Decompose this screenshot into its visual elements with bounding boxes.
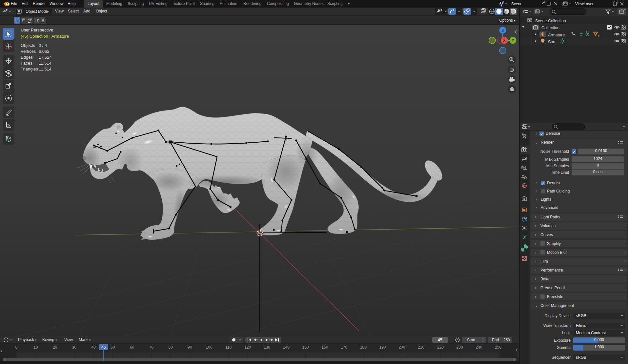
svg-text:Scene: Scene bbox=[511, 2, 522, 6]
svg-text:Y: Y bbox=[512, 38, 514, 42]
svg-text:Scene Collection: Scene Collection bbox=[535, 19, 566, 23]
svg-text:45: 45 bbox=[438, 338, 442, 342]
svg-text:Collection: Collection bbox=[541, 26, 559, 30]
svg-text:250: 250 bbox=[503, 338, 510, 342]
svg-text:2: 2 bbox=[598, 34, 599, 38]
svg-text:X: X bbox=[503, 38, 506, 42]
svg-text:Z: Z bbox=[502, 28, 504, 32]
svg-text:Start: Start bbox=[467, 338, 476, 342]
svg-text:Armature: Armature bbox=[548, 33, 565, 37]
svg-text:45: 45 bbox=[101, 345, 106, 350]
svg-text:ViewLayer: ViewLayer bbox=[575, 2, 594, 6]
svg-text:Sun: Sun bbox=[548, 40, 555, 44]
svg-text:1: 1 bbox=[482, 338, 484, 342]
svg-text:End: End bbox=[492, 338, 499, 342]
